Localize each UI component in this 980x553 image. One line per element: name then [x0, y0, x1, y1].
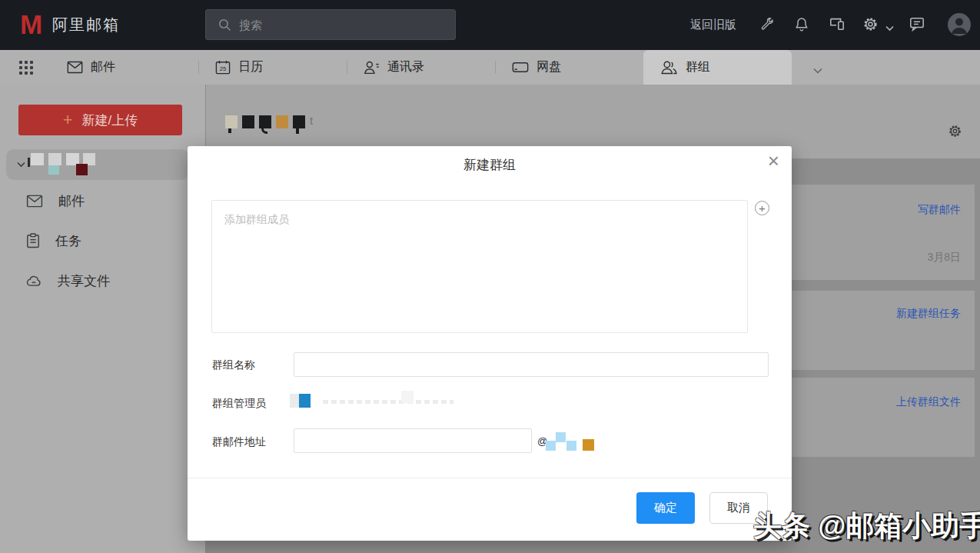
- gear-icon[interactable]: [862, 16, 879, 35]
- svg-text:25: 25: [220, 65, 227, 72]
- tab-mail[interactable]: 邮件: [50, 50, 198, 85]
- toutiao-watermark: 头条 @邮箱小助手: [753, 507, 980, 545]
- sidebar-group-item-selected[interactable]: [6, 149, 189, 180]
- envelope-icon: [26, 195, 43, 208]
- close-icon[interactable]: ×: [768, 151, 779, 171]
- chevron-down-icon[interactable]: [885, 21, 894, 35]
- mail-date: 3月8日: [927, 251, 961, 265]
- calendar-icon: 25: [215, 60, 231, 75]
- group-name-input[interactable]: [294, 352, 769, 377]
- group-mail-address-label: 群邮件地址: [212, 435, 266, 449]
- tab-label: 邮件: [91, 59, 115, 75]
- app-screen: M 阿里邮箱 返回旧版: [0, 0, 980, 553]
- new-upload-button[interactable]: + 新建/上传: [18, 105, 182, 135]
- plus-icon: +: [63, 112, 73, 128]
- censored-group-title: [225, 115, 238, 128]
- tab-drive[interactable]: 网盘: [495, 50, 643, 85]
- tab-label: 网盘: [537, 59, 561, 75]
- modal-title: 新建群组: [188, 156, 792, 174]
- tab-groups[interactable]: 群组: [643, 50, 792, 85]
- tab-calendar[interactable]: 25 日历: [198, 50, 347, 85]
- mail-icon: [67, 61, 83, 74]
- back-to-old-version-link[interactable]: 返回旧版: [690, 18, 736, 32]
- search-input[interactable]: [239, 18, 431, 32]
- censored-admin-text: [323, 400, 453, 404]
- censored-admin-block: [299, 394, 311, 408]
- avatar[interactable]: [948, 13, 971, 36]
- apps-grid-icon[interactable]: [19, 61, 33, 75]
- upload-group-file-link[interactable]: 上传群组文件: [896, 395, 961, 409]
- device-sync-icon[interactable]: [829, 16, 845, 35]
- contacts-icon: [364, 60, 380, 75]
- tab-contacts[interactable]: 通讯录: [347, 50, 495, 85]
- sidebar-item-shared-files[interactable]: 共享文件: [0, 269, 206, 292]
- alimail-logo-icon: M: [20, 11, 46, 38]
- drive-icon: [512, 61, 529, 74]
- top-bar: M 阿里邮箱 返回旧版: [0, 0, 980, 50]
- wrench-icon[interactable]: [759, 16, 775, 35]
- sidebar-item-label: 共享文件: [58, 272, 110, 290]
- search-box[interactable]: [205, 9, 456, 40]
- tab-label: 日历: [238, 59, 263, 75]
- write-group-mail-link[interactable]: 写群邮件: [918, 203, 961, 217]
- brand-name: 阿里邮箱: [52, 15, 120, 35]
- more-tabs-chevron-icon[interactable]: [813, 63, 822, 77]
- search-icon: [218, 18, 231, 32]
- censored-group-name: [28, 158, 30, 167]
- confirm-button[interactable]: 确定: [636, 492, 695, 524]
- censored-admin-avatar: [290, 394, 299, 408]
- new-group-task-link[interactable]: 新建群组任务: [896, 307, 961, 321]
- sidebar-item-label: 任务: [55, 232, 81, 250]
- sidebar: + 新建/上传 邮件 任务 共享文件: [0, 85, 206, 553]
- sidebar-item-mail[interactable]: 邮件: [0, 189, 206, 212]
- sidebar-item-tasks[interactable]: 任务: [0, 229, 206, 252]
- task-clipboard-icon: [26, 233, 40, 248]
- group-admin-label: 群组管理员: [212, 397, 266, 411]
- brand: M 阿里邮箱: [20, 11, 120, 38]
- censored-title-tail: t: [310, 114, 313, 127]
- bell-icon[interactable]: [794, 16, 809, 35]
- group-name-label: 群组名称: [212, 358, 255, 372]
- module-nav-bar: 邮件 25 日历 通讯录 网盘 群组: [0, 50, 980, 85]
- footer-divider: [188, 478, 792, 478]
- groups-icon: [660, 60, 678, 75]
- create-group-modal: 新建群组 × + 群组名称 群组管理员 群邮件地址 @ 确定 取消: [188, 146, 792, 541]
- tab-label: 群组: [686, 59, 710, 75]
- tab-label: 通讯录: [387, 59, 424, 75]
- chevron-down-icon: [17, 162, 25, 168]
- sidebar-item-label: 邮件: [58, 192, 85, 210]
- feedback-chat-icon[interactable]: [909, 16, 925, 35]
- new-upload-label: 新建/上传: [82, 112, 138, 129]
- group-members-input[interactable]: [211, 200, 748, 333]
- censored-domain: [556, 432, 566, 442]
- add-member-plus-circle-icon[interactable]: +: [755, 201, 769, 215]
- module-tabs: 邮件 25 日历 通讯录 网盘 群组: [50, 50, 792, 85]
- group-settings-gear-icon[interactable]: [948, 124, 962, 142]
- group-mail-address-input[interactable]: [294, 428, 532, 453]
- cloud-icon: [26, 275, 42, 287]
